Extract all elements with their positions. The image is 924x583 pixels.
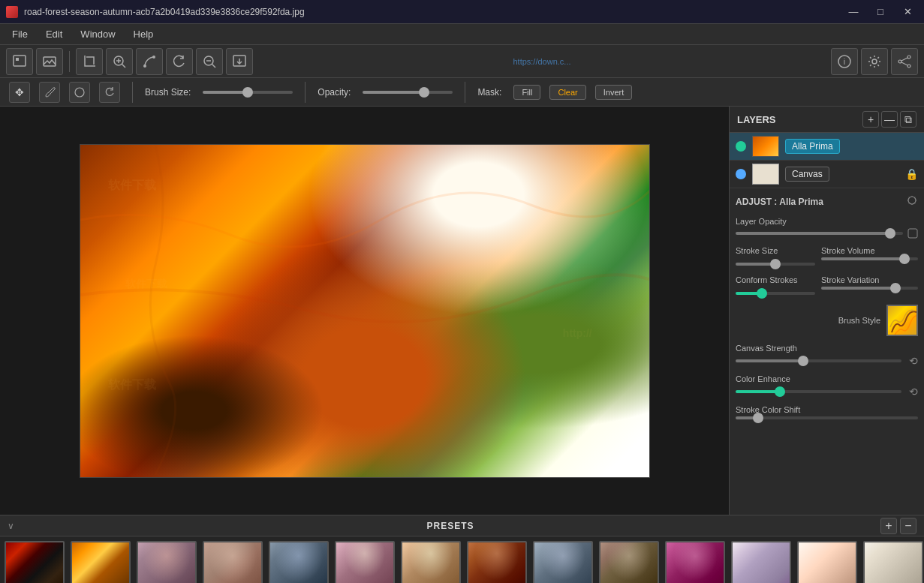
presets-remove-button[interactable]: − xyxy=(900,518,916,534)
conform-strokes-label: Conform Strokes xyxy=(736,275,815,284)
lock-icon: 🔒 xyxy=(905,168,918,180)
right-panel: LAYERS + — ⧉ Alla Prima Canvas 🔒 ADJUST … xyxy=(729,107,924,515)
canvas-link-icon[interactable]: ⟲ xyxy=(909,355,918,367)
menu-window[interactable]: Window xyxy=(71,26,124,43)
stroke-variation-slider[interactable] xyxy=(821,287,918,290)
layer-name-canvas[interactable]: Canvas xyxy=(785,167,829,182)
brush-tool[interactable] xyxy=(39,82,60,103)
preset-07-mottled-light[interactable]: 07 MottledLight xyxy=(531,541,594,583)
copy-layer-button[interactable]: ⧉ xyxy=(900,111,916,128)
settings-button[interactable] xyxy=(861,48,888,75)
color-enhance-slider[interactable] xyxy=(736,390,901,393)
close-button[interactable]: ✕ xyxy=(897,5,918,20)
preset-thumb-10 xyxy=(731,541,791,583)
svg-text:i: i xyxy=(844,57,845,66)
layer-visibility-alla-prima[interactable] xyxy=(736,141,746,152)
preset-05-fairy[interactable]: 05 FairyLights xyxy=(399,541,462,583)
preset-02-brushed[interactable]: 02 BrushedLight xyxy=(201,541,264,583)
move-tool[interactable]: ✥ xyxy=(9,82,30,103)
svg-point-8 xyxy=(152,56,155,59)
zoom-out-button[interactable] xyxy=(196,48,223,75)
info-button[interactable]: i xyxy=(831,48,858,75)
remove-layer-button[interactable]: — xyxy=(881,111,898,128)
color-link-icon[interactable]: ⟲ xyxy=(909,386,918,398)
preset-06-light-depth[interactable]: 06 LightDepth xyxy=(465,541,528,583)
preset-thumb-00-dark xyxy=(5,541,65,583)
collapse-presets-button[interactable]: ∨ xyxy=(8,521,14,531)
preset-08-mottled-strokes[interactable]: 08 MottledStrokes xyxy=(597,541,661,583)
canvas-area: 软件下载 软件下载 软件下载 http:// xyxy=(0,107,729,515)
preset-00-aged-dark[interactable]: 00 AgedPaint Dark xyxy=(3,541,66,583)
canvas-view-button[interactable] xyxy=(6,48,33,75)
title-bar: road-forest-season-autumn-acb7a2b0419ad3… xyxy=(0,0,924,24)
layer-opacity-slider[interactable] xyxy=(736,232,903,235)
svg-point-22 xyxy=(75,88,84,97)
stroke-volume-slider[interactable] xyxy=(821,257,918,260)
layer-opacity-param: Layer Opacity xyxy=(736,217,918,239)
canvas-image: 软件下载 软件下载 软件下载 http:// xyxy=(80,144,650,478)
crop-button[interactable] xyxy=(76,48,103,75)
stroke-size-slider[interactable] xyxy=(736,263,815,266)
minimize-button[interactable]: — xyxy=(843,5,864,20)
mask-separator xyxy=(465,82,465,103)
layer-name-alla-prima[interactable]: Alla Prima xyxy=(785,139,840,154)
stroke-volume-param: Stroke Volume xyxy=(821,246,918,268)
load-image-button[interactable] xyxy=(36,48,63,75)
opacity-slider[interactable] xyxy=(363,91,453,94)
preset-thumb-05 xyxy=(401,541,461,583)
window-title: road-forest-season-autumn-acb7a2b0419ad3… xyxy=(24,7,837,17)
brush-size-slider[interactable] xyxy=(203,91,293,94)
preset-00-aged-light[interactable]: 00 AgedPaint Light xyxy=(69,541,132,583)
preset-04-dazzle[interactable]: 04 DazzleLight xyxy=(333,541,396,583)
mask-label: Mask: xyxy=(477,87,501,98)
svg-line-21 xyxy=(901,62,907,65)
opacity-label: Opacity: xyxy=(318,87,351,98)
add-layer-button[interactable]: + xyxy=(862,111,879,128)
app-icon xyxy=(6,6,18,18)
selection-tool[interactable] xyxy=(69,82,90,103)
stroke-overlay xyxy=(80,145,649,477)
conform-strokes-slider[interactable] xyxy=(736,292,815,295)
stroke-color-shift-slider[interactable] xyxy=(736,416,918,419)
rotate-button[interactable] xyxy=(166,48,193,75)
presets-header: ∨ PRESETS + − xyxy=(0,515,924,536)
maximize-button[interactable]: □ xyxy=(870,5,891,20)
conform-strokes-param: Conform Strokes xyxy=(736,275,815,297)
presets-strip[interactable]: 00 AgedPaint Dark 00 AgedPaint Light 01 … xyxy=(0,536,924,583)
adjust-header: ADJUST : Alla Prima xyxy=(736,194,918,209)
layer-thumb-alla-prima xyxy=(752,136,779,157)
brush-preview-svg xyxy=(888,306,918,336)
preset-11-fading-light[interactable]: 11 FadingLight xyxy=(796,541,859,583)
canvas-strength-slider[interactable] xyxy=(736,359,901,362)
preset-03-silver[interactable]: 03 SilverLining xyxy=(267,541,330,583)
share-button[interactable] xyxy=(891,48,918,75)
menu-help[interactable]: Help xyxy=(125,26,163,43)
toolbar: https://down.c... i xyxy=(0,45,924,78)
fill-button[interactable]: Fill xyxy=(513,85,540,100)
layer-alla-prima[interactable]: Alla Prima xyxy=(730,133,924,161)
layer-visibility-canvas[interactable] xyxy=(736,169,746,179)
menu-edit[interactable]: Edit xyxy=(37,26,71,43)
preset-09-thick-paint[interactable]: 09 ThickPaint xyxy=(664,541,727,583)
layer-thumb-canvas xyxy=(752,164,779,185)
presets-add-button[interactable]: + xyxy=(880,518,897,534)
zoom-in-button[interactable] xyxy=(106,48,133,75)
preset-01-artistic[interactable]: 01 ArtisticTouch xyxy=(135,541,198,583)
layer-canvas[interactable]: Canvas 🔒 xyxy=(730,161,924,188)
path-button[interactable] xyxy=(136,48,163,75)
menu-file[interactable]: File xyxy=(3,26,37,43)
invert-button[interactable]: Invert xyxy=(595,85,633,100)
export-button[interactable] xyxy=(226,48,253,75)
adjust-section: ADJUST : Alla Prima Layer Opacity Stroke… xyxy=(730,188,924,515)
canvas-strength-param: Canvas Strength ⟲ xyxy=(736,344,918,367)
preset-10-dusty-lilac[interactable]: 10 DustyLilac xyxy=(730,541,793,583)
rotate-canvas-tool[interactable] xyxy=(99,82,120,103)
adjust-settings-icon[interactable] xyxy=(906,194,918,209)
preset-12-merino[interactable]: 12 Merino xyxy=(862,541,924,583)
preset-thumb-12 xyxy=(863,541,923,583)
clear-button[interactable]: Clear xyxy=(549,85,585,100)
stroke-variation-param: Stroke Variation xyxy=(821,275,918,297)
color-enhance-param: Color Enhance ⟲ xyxy=(736,374,918,398)
adjust-title: ADJUST : Alla Prima xyxy=(736,197,823,207)
brush-style-preview[interactable] xyxy=(886,305,918,336)
